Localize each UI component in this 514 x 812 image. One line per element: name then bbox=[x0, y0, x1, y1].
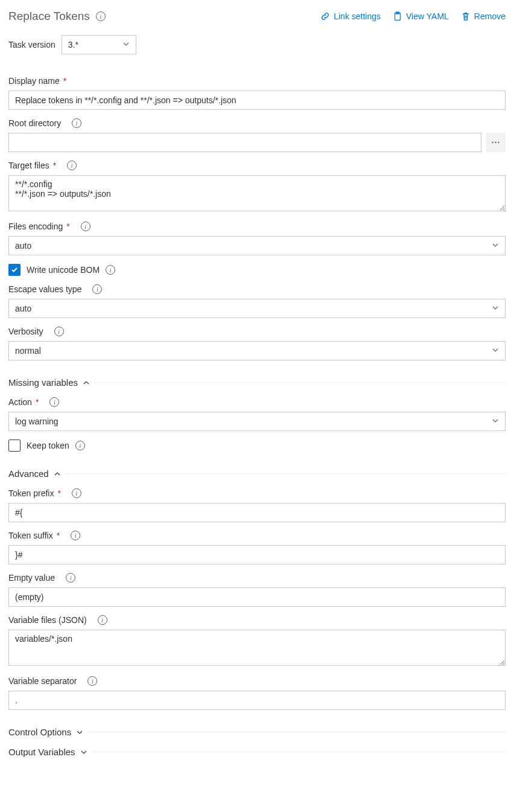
files-encoding-value: auto bbox=[15, 241, 31, 251]
write-bom-label: Write unicode BOM bbox=[27, 265, 100, 275]
escape-values-info-icon[interactable]: i bbox=[92, 284, 102, 294]
trash-icon bbox=[461, 11, 471, 21]
empty-value-input[interactable] bbox=[8, 587, 506, 607]
chevron-down-icon bbox=[76, 729, 83, 736]
action-label: Action bbox=[8, 397, 32, 407]
variable-files-input[interactable]: variables/*.json bbox=[8, 630, 506, 666]
verbosity-value: normal bbox=[15, 346, 41, 356]
chevron-down-icon bbox=[122, 40, 130, 50]
token-suffix-info-icon[interactable]: i bbox=[71, 531, 80, 540]
verbosity-label: Verbosity bbox=[8, 327, 43, 336]
clipboard-icon bbox=[393, 11, 402, 21]
escape-values-value: auto bbox=[15, 304, 31, 313]
target-files-info-icon[interactable]: i bbox=[67, 161, 77, 170]
root-directory-info-icon[interactable]: i bbox=[72, 118, 81, 128]
token-prefix-input[interactable] bbox=[8, 503, 506, 522]
root-directory-browse-button[interactable]: ··· bbox=[486, 133, 506, 152]
task-version-select[interactable]: 3.* bbox=[62, 35, 136, 54]
keep-token-checkbox[interactable] bbox=[8, 440, 21, 452]
required-marker: * bbox=[53, 161, 56, 170]
section-control-options[interactable]: Control Options bbox=[8, 727, 506, 737]
target-files-input[interactable]: **/*.config **/*.json => outputs/*.json bbox=[8, 175, 506, 211]
section-output-variables[interactable]: Output Variables bbox=[8, 747, 506, 757]
escape-values-label: Escape values type bbox=[8, 284, 81, 294]
keep-token-label: Keep token bbox=[27, 441, 69, 450]
section-advanced-label: Advanced bbox=[8, 468, 49, 479]
display-name-label: Display name bbox=[8, 76, 60, 86]
variable-separator-input[interactable] bbox=[8, 691, 506, 710]
keep-token-info-icon[interactable]: i bbox=[75, 441, 85, 450]
remove-label: Remove bbox=[474, 11, 506, 21]
section-control-options-label: Control Options bbox=[8, 727, 71, 737]
empty-value-info-icon[interactable]: i bbox=[66, 573, 75, 583]
link-icon bbox=[320, 11, 330, 21]
write-bom-info-icon[interactable]: i bbox=[106, 265, 115, 275]
write-bom-checkbox[interactable] bbox=[8, 264, 21, 276]
view-yaml-button[interactable]: View YAML bbox=[393, 11, 449, 21]
empty-value-label: Empty value bbox=[8, 573, 55, 583]
required-marker: * bbox=[57, 531, 60, 540]
variable-files-info-icon[interactable]: i bbox=[98, 615, 107, 625]
link-settings-button[interactable]: Link settings bbox=[320, 11, 381, 21]
variable-separator-info-icon[interactable]: i bbox=[87, 676, 97, 686]
remove-button[interactable]: Remove bbox=[461, 11, 506, 21]
variable-files-label: Variable files (JSON) bbox=[8, 615, 87, 625]
action-select[interactable]: log warning bbox=[8, 412, 506, 431]
files-encoding-select[interactable]: auto bbox=[8, 236, 506, 255]
section-missing-variables[interactable]: Missing variables bbox=[8, 377, 506, 388]
view-yaml-label: View YAML bbox=[406, 11, 449, 21]
files-encoding-info-icon[interactable]: i bbox=[81, 222, 90, 231]
target-files-label: Target files bbox=[8, 161, 49, 170]
section-output-variables-label: Output Variables bbox=[8, 747, 75, 757]
divider bbox=[66, 473, 506, 474]
files-encoding-label: Files encoding bbox=[8, 222, 63, 231]
chevron-down-icon bbox=[492, 241, 499, 251]
token-prefix-label: Token prefix bbox=[8, 488, 54, 498]
required-marker: * bbox=[63, 76, 66, 86]
required-marker: * bbox=[66, 222, 69, 231]
token-prefix-info-icon[interactable]: i bbox=[72, 488, 81, 498]
section-missing-variables-label: Missing variables bbox=[8, 377, 78, 388]
chevron-down-icon bbox=[492, 417, 499, 426]
divider bbox=[95, 382, 506, 383]
divider bbox=[92, 752, 506, 752]
verbosity-select[interactable]: normal bbox=[8, 341, 506, 360]
token-suffix-input[interactable] bbox=[8, 545, 506, 564]
action-value: log warning bbox=[15, 417, 59, 426]
required-marker: * bbox=[36, 397, 39, 407]
link-settings-label: Link settings bbox=[334, 11, 381, 21]
escape-values-select[interactable]: auto bbox=[8, 299, 506, 318]
page-title: Replace Tokens bbox=[8, 10, 90, 23]
chevron-down-icon bbox=[80, 749, 87, 756]
task-version-value: 3.* bbox=[68, 40, 78, 50]
divider bbox=[88, 732, 506, 732]
chevron-up-icon bbox=[83, 379, 90, 386]
display-name-input[interactable] bbox=[8, 91, 506, 110]
required-marker: * bbox=[57, 488, 60, 498]
root-directory-label: Root directory bbox=[8, 118, 61, 128]
title-info-icon[interactable]: i bbox=[96, 11, 106, 21]
verbosity-info-icon[interactable]: i bbox=[54, 327, 64, 336]
chevron-down-icon bbox=[492, 304, 499, 313]
token-suffix-label: Token suffix bbox=[8, 531, 53, 540]
root-directory-input[interactable] bbox=[8, 133, 481, 152]
chevron-down-icon bbox=[492, 346, 499, 356]
variable-separator-label: Variable separator bbox=[8, 676, 77, 686]
section-advanced[interactable]: Advanced bbox=[8, 468, 506, 479]
task-version-label: Task version bbox=[8, 40, 56, 50]
chevron-up-icon bbox=[54, 470, 61, 478]
action-info-icon[interactable]: i bbox=[49, 397, 59, 407]
